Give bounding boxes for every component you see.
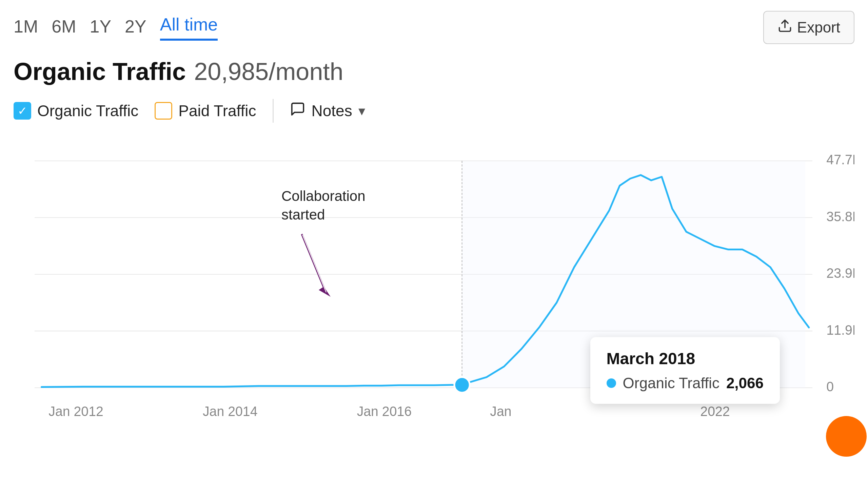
time-tabs: 1M 6M 1Y 2Y All time <box>14 14 218 41</box>
svg-text:35.8K: 35.8K <box>826 209 854 224</box>
tooltip-dot <box>607 378 616 388</box>
legend-organic-traffic[interactable]: ✓ Organic Traffic <box>14 102 138 120</box>
notes-icon <box>290 101 305 121</box>
checkmark-icon: ✓ <box>18 104 27 118</box>
chevron-down-icon: ▾ <box>358 103 365 119</box>
paid-traffic-label: Paid Traffic <box>178 102 256 120</box>
metric-title: Organic Traffic <box>14 58 186 85</box>
svg-text:23.9K: 23.9K <box>826 266 854 281</box>
export-icon <box>777 18 792 37</box>
svg-text:Jan 2012: Jan 2012 <box>48 404 103 419</box>
tab-all-time[interactable]: All time <box>160 14 218 41</box>
organic-traffic-label: Organic Traffic <box>37 102 138 120</box>
tab-6m[interactable]: 6M <box>52 16 76 41</box>
legend-divider <box>273 99 274 123</box>
notes-label: Notes <box>312 102 352 120</box>
metric-value: 20,985/month <box>194 58 343 85</box>
svg-text:Jan 2016: Jan 2016 <box>357 404 412 419</box>
metric-title-row: Organic Traffic 20,985/month <box>14 58 854 85</box>
legend-paid-traffic[interactable]: Paid Traffic <box>155 102 256 120</box>
svg-text:2022: 2022 <box>700 404 730 419</box>
svg-text:47.7K: 47.7K <box>826 152 854 167</box>
svg-text:0: 0 <box>826 379 834 394</box>
svg-text:11.9K: 11.9K <box>826 322 854 337</box>
legend-row: ✓ Organic Traffic Paid Traffic Notes ▾ <box>14 99 854 123</box>
svg-point-18 <box>454 377 470 393</box>
organic-traffic-checkbox[interactable]: ✓ <box>14 102 31 120</box>
svg-text:Jan 2014: Jan 2014 <box>203 404 258 419</box>
tooltip: March 2018 Organic Traffic 2,066 <box>590 337 780 404</box>
tooltip-metric-label: Organic Traffic <box>623 375 719 392</box>
export-label: Export <box>797 19 840 36</box>
tab-2y[interactable]: 2Y <box>125 16 146 41</box>
export-button[interactable]: Export <box>763 11 854 44</box>
tab-1m[interactable]: 1M <box>14 16 38 41</box>
tooltip-date: March 2018 <box>607 349 764 368</box>
chart-area: 47.7K 35.8K 23.9K 11.9K 0 Jan 2012 Jan 2… <box>14 140 854 444</box>
time-filter-bar: 1M 6M 1Y 2Y All time Export <box>14 11 854 44</box>
tooltip-metric-row: Organic Traffic 2,066 <box>607 375 764 392</box>
paid-traffic-checkbox[interactable] <box>155 102 172 120</box>
tooltip-metric-value: 2,066 <box>726 375 764 392</box>
notes-button[interactable]: Notes ▾ <box>290 101 365 121</box>
svg-text:Jan: Jan <box>490 404 511 419</box>
orange-circle-decoration <box>826 416 867 457</box>
tab-1y[interactable]: 1Y <box>90 16 112 41</box>
